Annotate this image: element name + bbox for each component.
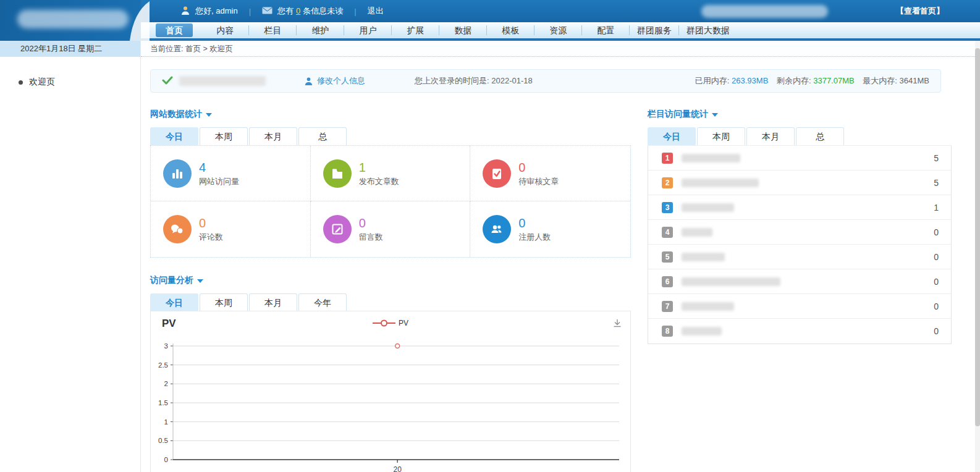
- rank-row-1[interactable]: 15: [648, 146, 951, 171]
- nav-tab-2[interactable]: 内容: [201, 22, 249, 38]
- rank-badge: 6: [662, 276, 673, 287]
- main-area: 当前位置: 首页 > 欢迎页 修改个人信息 您上次登录的时间是: 2022-01…: [141, 41, 975, 472]
- rank-row-2[interactable]: 25: [648, 171, 951, 195]
- rank-badge: 3: [662, 202, 673, 213]
- scrollbar-thumb[interactable]: [975, 48, 980, 426]
- nav-tab-10[interactable]: 配置: [582, 22, 630, 38]
- nav-tab-7[interactable]: 数据: [439, 22, 487, 38]
- column-name-redacted: [682, 179, 759, 187]
- tab-2[interactable]: 本周: [697, 127, 745, 145]
- sidebar-item-welcome[interactable]: 欢迎页: [0, 77, 140, 88]
- comments-icon: [163, 215, 192, 243]
- messages-count-link[interactable]: 0: [296, 6, 300, 15]
- column-rank-list: 1525314050607080: [648, 145, 952, 344]
- site-stats-tabs: 今日本周本月总: [150, 127, 631, 145]
- nav-tab-8[interactable]: 模板: [487, 22, 534, 38]
- chevron-down-icon: [197, 279, 203, 283]
- rank-badge: 4: [662, 227, 673, 238]
- rank-value: 0: [934, 326, 939, 336]
- date-display: 2022年1月18日 星期二: [0, 41, 140, 57]
- stat-card-3[interactable]: 0待审核文章: [470, 146, 630, 201]
- stat-card-6[interactable]: 0注册人数: [470, 201, 630, 257]
- rank-badge: 7: [662, 301, 673, 312]
- svg-text:0: 0: [164, 456, 168, 463]
- nav-tab-9[interactable]: 资源: [534, 22, 582, 38]
- edit-profile[interactable]: 修改个人信息: [304, 75, 365, 86]
- memory-info: 已用内存: 263.93MB 剩余内存: 3377.07MB 最大内存: 364…: [695, 75, 929, 86]
- logo-area: [0, 0, 141, 41]
- tab-4[interactable]: 今年: [298, 293, 347, 311]
- greeting-text: 您好, admin: [195, 6, 238, 17]
- tab-2[interactable]: 本周: [200, 127, 248, 145]
- nav-tab-11[interactable]: 群团服务: [630, 22, 679, 38]
- tab-2[interactable]: 本周: [200, 293, 248, 311]
- tab-1[interactable]: 今日: [150, 127, 198, 145]
- column-name-redacted: [682, 302, 734, 311]
- tab-1[interactable]: 今日: [648, 127, 696, 145]
- view-home-link[interactable]: 【查看首页】: [896, 6, 944, 17]
- download-icon[interactable]: [612, 318, 623, 331]
- nav-tab-4[interactable]: 维护: [297, 22, 344, 38]
- column-name-redacted: [682, 203, 734, 212]
- site-stats-title[interactable]: 网站数据统计: [150, 109, 631, 120]
- welcome-bar: 修改个人信息 您上次登录的时间是: 2022-01-18 已用内存: 263.9…: [150, 69, 941, 93]
- decorative-curve: [125, 0, 150, 41]
- stat-label: 评论数: [199, 232, 223, 243]
- site-stats-grid: 4网站访问量1发布文章数0待审核文章0评论数0留言数0注册人数: [150, 145, 631, 258]
- stat-card-1[interactable]: 4网站访问量: [151, 146, 311, 201]
- svg-text:2: 2: [164, 380, 168, 387]
- chevron-down-icon: [206, 113, 212, 117]
- tab-4[interactable]: 总: [796, 127, 844, 145]
- tab-3[interactable]: 本月: [249, 293, 297, 311]
- stat-card-2[interactable]: 1发布文章数: [311, 146, 471, 201]
- svg-text:20: 20: [393, 465, 402, 472]
- site-selector[interactable]: [701, 5, 828, 18]
- chevron-down-icon: [712, 113, 718, 117]
- nav-tab-5[interactable]: 用户: [344, 22, 392, 38]
- rank-row-6[interactable]: 60: [648, 269, 951, 294]
- tab-3[interactable]: 本月: [746, 127, 795, 145]
- svg-text:3: 3: [164, 342, 168, 350]
- rank-row-8[interactable]: 80: [648, 319, 951, 343]
- memory-used-value: 263.93MB: [732, 76, 768, 85]
- rank-badge: 5: [662, 251, 673, 263]
- visits-title[interactable]: 访问量分析: [150, 275, 631, 286]
- stat-card-5[interactable]: 0留言数: [311, 201, 471, 257]
- column-stats-title[interactable]: 栏目访问量统计: [648, 109, 952, 120]
- tab-1[interactable]: 今日: [150, 293, 198, 311]
- sidebar: 2022年1月18日 星期二 欢迎页: [0, 41, 141, 472]
- sidebar-item-label: 欢迎页: [29, 77, 55, 88]
- chart-legend[interactable]: PV: [151, 319, 630, 327]
- svg-text:1: 1: [164, 418, 168, 426]
- column-stats-tabs: 今日本周本月总: [648, 127, 952, 145]
- chart-plot: 00.511.522.5320: [151, 342, 623, 472]
- mail-icon: [262, 7, 272, 16]
- last-login-text: 您上次登录的时间是: 2022-01-18: [415, 75, 533, 86]
- pv-chart: PV PV 00.511.522.5320: [150, 311, 631, 472]
- svg-text:0.5: 0.5: [158, 437, 168, 444]
- tab-4[interactable]: 总: [298, 127, 347, 145]
- stat-card-4[interactable]: 0评论数: [151, 201, 311, 257]
- column-name-redacted: [682, 154, 740, 162]
- nav-tab-3[interactable]: 栏目: [249, 22, 297, 38]
- logout-link[interactable]: 退出: [368, 6, 384, 17]
- scrollbar-track[interactable]: [975, 41, 980, 472]
- check-square-icon: [483, 159, 511, 188]
- rank-value: 1: [934, 203, 939, 213]
- messages-text: 您有0条信息未读: [277, 6, 343, 17]
- stat-label: 待审核文章: [518, 176, 559, 187]
- stat-value: 0: [199, 216, 223, 230]
- edit-square-icon: [323, 215, 352, 243]
- rank-value: 5: [934, 153, 939, 163]
- nav-tab-6[interactable]: 扩展: [392, 22, 439, 38]
- rank-row-3[interactable]: 31: [648, 195, 951, 220]
- stat-value: 0: [359, 216, 383, 230]
- rank-row-7[interactable]: 70: [648, 294, 951, 319]
- nav-tab-12[interactable]: 群团大数据: [679, 22, 737, 38]
- rank-row-4[interactable]: 40: [648, 220, 951, 245]
- check-icon: [162, 76, 173, 86]
- nav-tab-1[interactable]: 首页: [156, 23, 193, 37]
- rank-badge: 2: [662, 177, 673, 188]
- rank-row-5[interactable]: 50: [648, 245, 951, 269]
- tab-3[interactable]: 本月: [249, 127, 297, 145]
